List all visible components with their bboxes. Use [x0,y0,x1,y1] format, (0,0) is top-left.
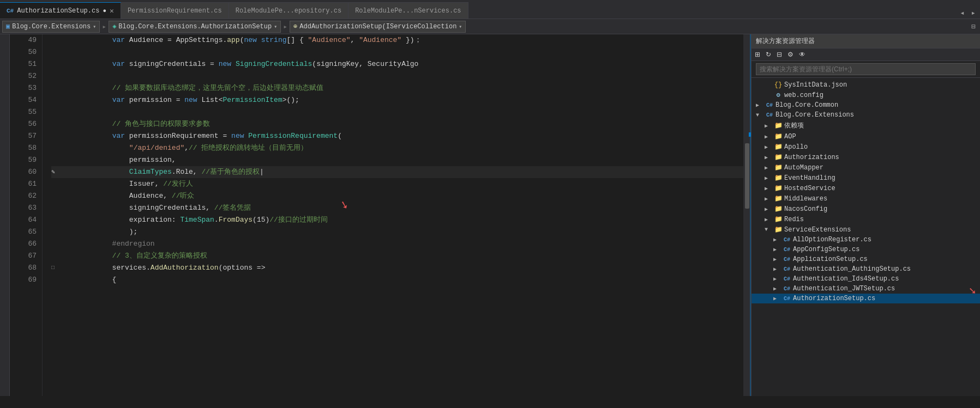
editor-area[interactable]: 49 50 51 52 53 54 55 56 57 58 59 60 61 6… [10,34,751,396]
chevron-right-icon: ▶ [765,185,773,192]
se-item-sysinitdata[interactable]: {}︎ SysInitData.json [751,80,980,90]
folder-icon: 📁 [773,121,783,130]
json-file-icon: {}︎ [773,81,783,89]
se-item-applicationsetup[interactable]: ▶ C# ApplicationSetup.cs [751,254,980,264]
se-label: Authentication_Ids4Setup.cs [793,275,899,283]
solution-explorer-toolbar: ⊞ ↻ ⊟ ⚙ 👁 [751,48,980,61]
se-item-nacosconfig[interactable]: ▶ 📁 NacosConfig [751,204,980,214]
line-collapse-icon[interactable]: □ [51,262,61,274]
se-item-authids4setup[interactable]: ▶ C# Authentication_Ids4Setup.cs [751,274,980,284]
code-line-66: #endregion [51,238,743,250]
se-item-automapper[interactable]: ▶ 📁 AutoMapper [751,162,980,173]
chevron-right-icon: ▶ [756,102,765,108]
se-label: AOP [784,133,796,141]
se-item-authorizationsetup[interactable]: ▶ C# AuthorizationSetup.cs [751,294,980,303]
chevron-right-icon: ▶ [773,295,782,302]
se-preview-button[interactable]: 👁 [797,50,808,59]
se-show-all-files-button[interactable]: ⊞ [753,50,762,59]
main-layout: 49 50 51 52 53 54 55 56 57 58 59 60 61 6… [0,34,980,396]
se-label: Redis [784,216,804,223]
chevron-right-icon: ▶ [765,154,773,161]
chevron-down-icon: ▼ [765,227,773,233]
breadcrumb-method[interactable]: ⊕ AddAuthorizationSetup(IServiceCollecti… [290,21,466,33]
se-label: Blog.Core.Common [775,101,838,109]
tab-permissionrequirement[interactable]: PermissionRequirement.cs [121,2,229,19]
code-line-59: permission, [51,154,743,166]
se-properties-button[interactable]: ⚙ [785,50,796,59]
code-line-55 [51,106,743,118]
tab-scroll-left-icon[interactable]: ◂ [958,7,966,19]
se-item-aop[interactable]: ▶ 📁 AOP [751,131,980,142]
code-line-53: // 如果要数据库动态绑定，这里先留个空，后边处理器里动态赋值 [51,82,743,94]
solution-explorer-title: 解决方案资源管理器 [751,34,980,48]
line-pencil-icon: ✎ [51,166,61,178]
tab-label: RoleModulePe...epository.cs [236,7,341,15]
chevron-right-icon: ▶ [765,165,773,171]
tab-label: RoleModulePe...nServices.cs [355,7,461,15]
breadcrumb-project-label: Blog.Core.Extensions [12,23,91,31]
se-label: web.config [784,92,823,99]
se-collapse-all-button[interactable]: ⊟ [774,50,784,59]
solution-explorer-search [751,61,980,78]
breadcrumb-bar: ▣ Blog.Core.Extensions ▾ ▸ ◈ Blog.Core.E… [0,19,980,34]
tab-scroll-right-icon[interactable]: ▸ [969,7,978,19]
folder-icon: 📁 [773,215,783,223]
se-item-blogcorecommon[interactable]: ▶ C# Blog.Core.Common [751,100,980,110]
method-icon: ⊕ [293,22,297,31]
code-line-50 [51,46,743,58]
cs-file-icon: C# [782,286,792,292]
chevron-right-icon: ▶ [773,246,782,253]
se-item-redis[interactable]: ▶ 📁 Redis [751,214,980,224]
se-item-depitems[interactable]: ▶ 📁 依赖项 [751,120,980,131]
se-item-blogcoreextensions[interactable]: ▼ C# Blog.Core.Extensions [751,110,980,120]
tab-label: PermissionRequirement.cs [128,7,222,15]
se-item-serviceextensions[interactable]: ▼ 📁 ServiceExtensions [751,224,980,235]
se-label: Authentication_JWTSetup.cs [793,285,895,293]
cs-project-icon: C# [765,102,774,108]
config-file-icon: ⚙ [773,91,783,99]
se-label: AllOptionRegister.cs [793,236,871,243]
scrollbar-thumb[interactable] [745,143,749,209]
se-item-webconfig[interactable]: ⚙ web.config [751,90,980,100]
scrollbar-change-indicator [750,34,751,396]
line-numbers: 49 50 51 52 53 54 55 56 57 58 59 60 61 6… [10,34,43,396]
tab-rolemodule2[interactable]: RoleModulePe...nServices.cs [348,2,468,19]
tab-label: AuthorizationSetup.cs [17,7,99,15]
red-arrow-annotation-2: ➘ [969,284,976,297]
cs-file-icon: C# [782,266,792,272]
se-item-eventhandling[interactable]: ▶ 📁 EventHandling [751,173,980,183]
code-line-65: ); [51,226,743,238]
code-line-68: □ services.AddAuthorization(options => [51,262,743,274]
chevron-right-icon: ▶ [773,266,782,272]
chevron-right-icon: ▶ [773,285,782,292]
se-item-appconfigsetup[interactable]: ▶ C# AppConfigSetup.cs [751,245,980,254]
code-line-67: // 3、自定义复杂的策略授权 [51,250,743,262]
se-label: NacosConfig [784,205,827,213]
vertical-scrollbar[interactable] [743,34,751,396]
tab-authorizationsetup[interactable]: C# AuthorizationSetup.cs ● ✕ [0,2,121,19]
se-item-authorizations[interactable]: ▶ 📁 Authorizations [751,152,980,162]
se-item-authjwtsetup[interactable]: ▶ C# Authentication_JWTSetup.cs ➘ [751,284,980,294]
se-item-alloptionregister[interactable]: ▶ C# AllOptionRegister.cs [751,235,980,245]
code-editor[interactable]: var Audience = AppSettings.app(new strin… [43,34,743,396]
split-editor-icon[interactable]: ⊟ [969,22,978,31]
chevron-right-icon: ▶ [765,175,773,181]
breadcrumb-class-label: Blog.Core.Extensions.AuthorizationSetup [118,23,272,31]
breadcrumb-class[interactable]: ◈ Blog.Core.Extensions.AuthorizationSetu… [109,21,281,33]
solution-explorer-search-input[interactable] [756,63,976,75]
tab-close-button[interactable]: ✕ [110,7,114,15]
tab-rolemodule1[interactable]: RoleModulePe...epository.cs [229,2,348,19]
se-item-authauthingsetup[interactable]: ▶ C# Authentication_AuthingSetup.cs [751,264,980,274]
breadcrumb-project[interactable]: ▣ Blog.Core.Extensions ▾ [2,21,100,33]
cs-file-icon: C# [782,237,792,243]
se-label: ServiceExtensions [784,226,851,234]
se-item-apollo[interactable]: ▶ 📁 Apollo [751,142,980,152]
code-line-63: signingCredentials, //签名凭据 ➘ [51,202,743,214]
se-refresh-button[interactable]: ↻ [763,50,773,59]
code-line-60: ✎ ClaimTypes.Role, //基于角色的授权| [51,166,743,178]
se-item-middlewares[interactable]: ▶ 📁 Middlewares [751,193,980,204]
chevron-right-icon: ▶ [765,196,773,202]
folder-icon: 📁 [773,226,783,234]
folder-icon: 📁 [773,174,783,182]
se-item-hostedservice[interactable]: ▶ 📁 HostedService [751,183,980,193]
